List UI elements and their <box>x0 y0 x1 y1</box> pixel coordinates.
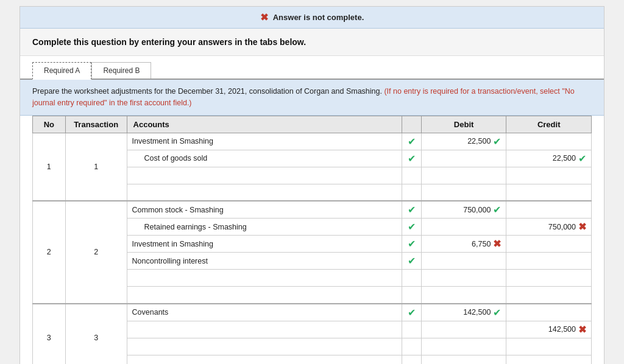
trans-2: 2 <box>65 201 127 304</box>
col-accounts: Accounts <box>127 116 402 133</box>
account-cell: Noncontrolling interest <box>127 253 402 270</box>
description-area: Prepare the worksheet adjustments for th… <box>20 80 604 116</box>
account-cell <box>127 321 402 338</box>
debit-cell <box>421 253 506 270</box>
alert-text: Answer is not complete. <box>273 13 364 22</box>
credit-cell <box>506 184 592 201</box>
check-icon: ✔ <box>408 222 416 232</box>
account-cell <box>127 184 402 201</box>
check-cell <box>402 321 421 338</box>
account-cell <box>127 355 402 364</box>
check-cell: ✔ <box>402 253 421 270</box>
table-row: 2 2 Common stock - Smashing ✔ 750,000 ✔ <box>33 201 592 219</box>
account-cell <box>127 287 402 304</box>
check-cell <box>402 184 421 201</box>
credit-cell <box>506 287 592 304</box>
debit-check-icon: ✔ <box>493 307 501 318</box>
credit-cell: 142,500 ✖ <box>506 321 592 338</box>
debit-cell: 142,500 ✔ <box>421 304 506 321</box>
check-cell: ✔ <box>402 133 421 150</box>
credit-x-icon: ✖ <box>578 221 586 233</box>
account-cell <box>127 338 402 355</box>
credit-cell <box>506 236 592 253</box>
debit-cell <box>421 338 506 355</box>
account-cell: Common stock - Smashing <box>127 201 402 219</box>
account-cell: Retained earnings - Smashing <box>127 219 402 236</box>
check-cell <box>402 270 421 287</box>
col-transaction: Transaction <box>65 116 127 133</box>
credit-cell: 750,000 ✖ <box>506 219 592 236</box>
debit-cell <box>421 184 506 201</box>
debit-cell: 22,500 ✔ <box>421 133 506 150</box>
debit-cell <box>421 219 506 236</box>
tabs-row: Required A Required B <box>32 62 592 79</box>
instruction-text: Complete this question by entering your … <box>32 37 306 47</box>
debit-cell: 750,000 ✔ <box>421 201 506 219</box>
account-cell: Covenants <box>127 304 402 321</box>
table-wrapper: No Transaction Accounts Debit Credit 1 1… <box>20 116 604 365</box>
check-icon: ✔ <box>408 153 416 164</box>
check-icon: ✔ <box>408 239 416 249</box>
debit-cell <box>421 167 506 184</box>
check-cell <box>402 355 421 364</box>
col-credit: Credit <box>506 116 592 133</box>
debit-cell <box>421 270 506 287</box>
main-container: ✖ Answer is not complete. Complete this … <box>20 6 604 364</box>
account-cell: Investment in Smashing <box>127 236 402 253</box>
account-cell: Investment in Smashing <box>127 133 402 150</box>
table-row: 1 1 Investment in Smashing ✔ 22,500 ✔ <box>33 133 592 150</box>
no-3: 3 <box>33 304 66 365</box>
instruction-area: Complete this question by entering your … <box>20 29 604 56</box>
credit-check-icon: ✔ <box>578 153 586 164</box>
check-cell: ✔ <box>402 236 421 253</box>
tab-required-a[interactable]: Required A <box>32 62 91 80</box>
credit-cell <box>506 338 592 355</box>
check-cell <box>402 167 421 184</box>
no-1: 1 <box>33 133 66 201</box>
error-icon: ✖ <box>260 12 268 23</box>
trans-3: 3 <box>65 304 127 365</box>
check-cell: ✔ <box>402 219 421 236</box>
credit-cell <box>506 167 592 184</box>
credit-x-icon: ✖ <box>578 324 586 335</box>
col-check <box>402 116 421 133</box>
col-debit: Debit <box>421 116 506 133</box>
debit-cell <box>421 287 506 304</box>
credit-cell <box>506 355 592 364</box>
debit-x-icon: ✖ <box>493 238 501 250</box>
account-cell <box>127 167 402 184</box>
check-cell: ✔ <box>402 201 421 219</box>
table-row: 3 3 Covenants ✔ 142,500 ✔ <box>33 304 592 321</box>
check-cell <box>402 338 421 355</box>
account-cell <box>127 270 402 287</box>
tabs-wrapper: Required A Required B <box>20 56 604 80</box>
tab-required-b[interactable]: Required B <box>91 62 151 79</box>
credit-cell: 22,500 ✔ <box>506 150 592 167</box>
check-icon: ✔ <box>408 205 416 215</box>
credit-cell <box>506 253 592 270</box>
check-icon: ✔ <box>408 307 416 318</box>
description-main: Prepare the worksheet adjustments for th… <box>32 87 382 96</box>
credit-cell <box>506 201 592 219</box>
check-icon: ✔ <box>408 256 416 266</box>
debit-cell: 6,750 ✖ <box>421 236 506 253</box>
check-cell: ✔ <box>402 150 421 167</box>
col-no: No <box>33 116 66 133</box>
check-icon: ✔ <box>408 136 416 147</box>
check-cell: ✔ <box>402 304 421 321</box>
account-cell: Cost of goods sold <box>127 150 402 167</box>
debit-cell <box>421 321 506 338</box>
credit-cell <box>506 270 592 287</box>
debit-check-icon: ✔ <box>493 136 501 147</box>
tab-required-b-label: Required B <box>103 66 140 75</box>
check-cell <box>402 287 421 304</box>
no-2: 2 <box>33 201 66 304</box>
tab-required-a-label: Required A <box>44 66 80 75</box>
debit-cell <box>421 150 506 167</box>
credit-cell <box>506 133 592 150</box>
credit-cell <box>506 304 592 321</box>
debit-check-icon: ✔ <box>493 204 501 215</box>
entries-table: No Transaction Accounts Debit Credit 1 1… <box>32 116 592 365</box>
debit-cell <box>421 355 506 364</box>
trans-1: 1 <box>65 133 127 201</box>
